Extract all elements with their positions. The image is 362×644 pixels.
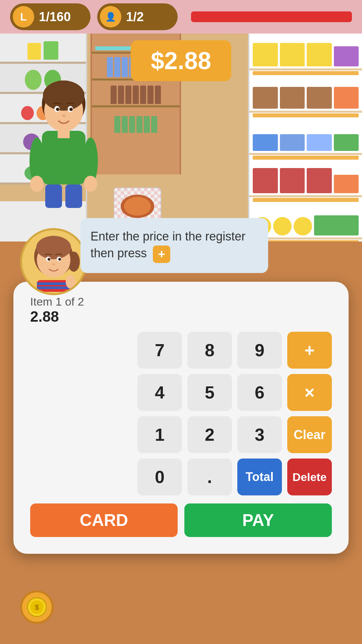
customer-icon: 👤	[100, 6, 121, 28]
cashier-character	[27, 67, 101, 208]
keypad-grid: 789+456×123Clear0.TotalDelete	[137, 332, 332, 495]
key-5[interactable]: 5	[187, 374, 232, 411]
svg-point-5	[124, 197, 151, 216]
svg-point-23	[84, 176, 97, 192]
svg-rect-24	[45, 184, 62, 208]
svg-rect-35	[37, 280, 70, 292]
key-delete[interactable]: Delete	[287, 459, 332, 495]
key-3[interactable]: 3	[237, 416, 282, 453]
key-+[interactable]: +	[287, 332, 332, 369]
level-pill: L 1/160	[10, 3, 90, 30]
top-bar: L 1/160 👤 1/2	[0, 0, 362, 34]
svg-point-16	[69, 108, 73, 111]
pay-button[interactable]: PAY	[184, 503, 332, 537]
key-total[interactable]: Total	[237, 459, 282, 495]
speech-bubble: Enter the price in the register then pre…	[80, 218, 268, 273]
svg-point-29	[36, 236, 71, 259]
svg-text:$: $	[35, 603, 39, 611]
register-panel: Item 1 of 2 2.88 789+456×123Clear0.Total…	[13, 282, 349, 554]
item-price-value: 2.88	[30, 308, 332, 325]
customer-count: 1/2	[126, 10, 144, 24]
key-4[interactable]: 4	[137, 374, 182, 411]
coin-button[interactable]: $	[20, 590, 54, 624]
register-info: Item 1 of 2 2.88	[30, 295, 332, 325]
svg-point-12	[43, 80, 84, 111]
level-progress: 1/160	[39, 10, 71, 24]
keypad-display	[30, 332, 127, 495]
svg-rect-25	[65, 184, 82, 208]
svg-point-17	[62, 114, 66, 117]
card-button[interactable]: CARD	[30, 503, 178, 537]
customer-pill: 👤 1/2	[97, 3, 178, 30]
keypad-area: 789+456×123Clear0.TotalDelete	[30, 332, 332, 495]
key-clear[interactable]: Clear	[287, 416, 332, 453]
key-1[interactable]: 1	[137, 416, 182, 453]
svg-rect-18	[42, 131, 85, 184]
key-2[interactable]: 2	[187, 416, 232, 453]
svg-rect-19	[58, 128, 70, 138]
svg-point-34	[52, 263, 55, 265]
svg-point-33	[58, 258, 61, 261]
svg-point-15	[56, 108, 59, 111]
key-.[interactable]: .	[187, 459, 232, 495]
svg-rect-37	[37, 286, 70, 289]
svg-point-32	[48, 258, 50, 261]
progress-bar	[191, 11, 352, 22]
item-counter-label: Item 1 of 2	[30, 295, 332, 308]
key-9[interactable]: 9	[237, 332, 282, 369]
key-6[interactable]: 6	[237, 374, 282, 411]
bottom-buttons: CARD PAY	[30, 503, 332, 537]
key-7[interactable]: 7	[137, 332, 182, 369]
customer-avatar	[20, 228, 87, 295]
price-display: $2.88	[131, 40, 231, 81]
svg-rect-36	[37, 282, 70, 285]
level-icon: L	[13, 6, 34, 28]
key-8[interactable]: 8	[187, 332, 232, 369]
key-×[interactable]: ×	[287, 374, 332, 411]
plus-badge: +	[153, 246, 170, 263]
svg-point-22	[30, 176, 44, 192]
key-0[interactable]: 0	[137, 459, 182, 495]
svg-point-38	[66, 275, 75, 288]
